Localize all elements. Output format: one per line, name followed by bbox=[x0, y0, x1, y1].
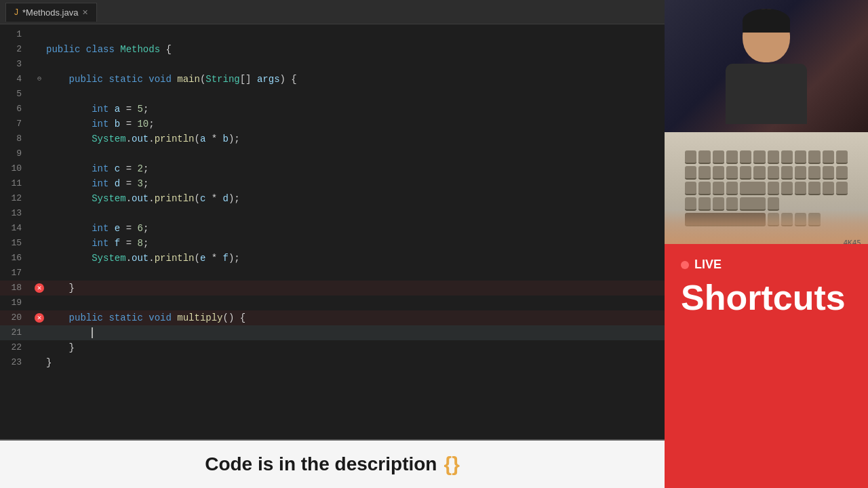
editor-tab[interactable]: J *Methods.java ✕ bbox=[5, 3, 97, 22]
key bbox=[726, 166, 738, 180]
code-line: 6 int a = 5; bbox=[0, 102, 665, 117]
code-line: 19 bbox=[0, 296, 665, 310]
live-section: LIVE Shortcuts bbox=[665, 244, 868, 488]
line-number: 23 bbox=[0, 355, 33, 370]
key bbox=[753, 150, 765, 164]
line-number: 15 bbox=[0, 236, 33, 251]
tab-close-icon[interactable]: ✕ bbox=[82, 8, 88, 17]
code-text: } bbox=[46, 355, 52, 370]
key bbox=[823, 150, 834, 164]
code-line: 16 System.out.println(e * f); bbox=[0, 251, 665, 266]
code-text: System.out.println(c * d); bbox=[46, 191, 240, 206]
key bbox=[808, 150, 820, 164]
code-line: 7 int b = 10; bbox=[0, 117, 665, 131]
code-line: 5 bbox=[0, 87, 665, 102]
line-number: 12 bbox=[0, 191, 33, 206]
key-wide bbox=[740, 197, 766, 211]
code-text: } bbox=[46, 340, 75, 355]
hands-overlay bbox=[665, 210, 868, 244]
live-badge: LIVE bbox=[681, 258, 722, 272]
code-text: System.out.println(a * b); bbox=[46, 131, 240, 146]
editor-panel: J *Methods.java ✕ 12public class Methods… bbox=[0, 0, 665, 439]
code-text: int f = 8; bbox=[46, 236, 149, 251]
key bbox=[768, 150, 779, 164]
main-area: J *Methods.java ✕ 12public class Methods… bbox=[0, 0, 665, 488]
line-number: 6 bbox=[0, 102, 33, 117]
key bbox=[836, 166, 848, 180]
live-dot bbox=[681, 261, 689, 269]
tab-file-icon: J bbox=[14, 7, 18, 17]
code-line: 8 System.out.println(a * b); bbox=[0, 131, 665, 146]
key bbox=[740, 166, 751, 180]
code-text: public static void multiply() { bbox=[46, 310, 245, 325]
person-silhouette bbox=[705, 9, 827, 124]
code-line: 1 bbox=[0, 27, 665, 42]
key bbox=[795, 150, 806, 164]
code-line: 20✕ public static void multiply() { bbox=[0, 310, 665, 325]
line-number: 10 bbox=[0, 161, 33, 176]
line-gutter: ⊖ bbox=[33, 72, 46, 87]
key bbox=[768, 182, 779, 195]
key bbox=[795, 166, 806, 180]
code-text: public static void main(String[] args) { bbox=[46, 72, 297, 87]
key bbox=[685, 182, 696, 195]
code-content: 12public class Methods {34⊖ public stati… bbox=[0, 24, 665, 373]
key bbox=[713, 150, 724, 164]
key-wide bbox=[740, 182, 766, 195]
key bbox=[726, 182, 738, 195]
line-number: 19 bbox=[0, 296, 33, 310]
line-number: 11 bbox=[0, 176, 33, 191]
line-number: 7 bbox=[0, 117, 33, 131]
code-line: 18✕ } bbox=[0, 281, 665, 296]
key bbox=[740, 150, 751, 164]
code-line: 17 bbox=[0, 266, 665, 281]
key bbox=[781, 150, 793, 164]
live-text: LIVE bbox=[694, 258, 722, 272]
line-number: 16 bbox=[0, 251, 33, 266]
fold-icon[interactable]: ⊖ bbox=[37, 72, 41, 87]
code-line: 2public class Methods { bbox=[0, 42, 665, 57]
key bbox=[836, 182, 848, 195]
line-number: 14 bbox=[0, 221, 33, 236]
code-text: } bbox=[46, 281, 75, 296]
key bbox=[698, 150, 710, 164]
right-panel: 4K45 LIVE Shortcuts bbox=[665, 0, 868, 488]
bottom-bar: Code is in the description {} bbox=[0, 439, 665, 488]
key bbox=[726, 150, 738, 164]
code-line: 15 int f = 8; bbox=[0, 236, 665, 251]
code-text bbox=[46, 325, 93, 340]
key bbox=[795, 182, 806, 195]
line-gutter: ✕ bbox=[33, 313, 46, 323]
code-editor[interactable]: 12public class Methods {34⊖ public stati… bbox=[0, 24, 665, 439]
line-number: 18 bbox=[0, 281, 33, 296]
key bbox=[836, 150, 848, 164]
key bbox=[823, 166, 834, 180]
code-line: 12 System.out.println(c * d); bbox=[0, 191, 665, 206]
line-number: 5 bbox=[0, 87, 33, 102]
line-number: 8 bbox=[0, 131, 33, 146]
person-hair bbox=[743, 9, 790, 33]
code-line: 9 bbox=[0, 146, 665, 161]
code-line: 22 } bbox=[0, 340, 665, 355]
shortcuts-title: Shortcuts bbox=[681, 280, 846, 315]
webcam-keyboard: 4K45 bbox=[665, 132, 868, 244]
key bbox=[698, 166, 710, 180]
bottom-description-text: Code is in the description bbox=[205, 453, 437, 475]
line-number: 21 bbox=[0, 325, 33, 340]
line-number: 1 bbox=[0, 27, 33, 42]
text-cursor bbox=[92, 327, 93, 338]
key bbox=[768, 197, 779, 211]
person-body bbox=[726, 64, 807, 124]
bottom-text: Code is in the description {} bbox=[205, 453, 460, 476]
code-text: int c = 2; bbox=[46, 161, 149, 176]
tab-bar: J *Methods.java ✕ bbox=[0, 0, 665, 24]
key bbox=[823, 182, 834, 195]
key bbox=[713, 197, 724, 211]
code-line: 23} bbox=[0, 355, 665, 370]
line-number: 2 bbox=[0, 42, 33, 57]
code-line: 3 bbox=[0, 57, 665, 72]
code-line: 14 int e = 6; bbox=[0, 221, 665, 236]
key bbox=[685, 150, 696, 164]
code-line: 13 bbox=[0, 206, 665, 221]
key bbox=[698, 182, 710, 195]
